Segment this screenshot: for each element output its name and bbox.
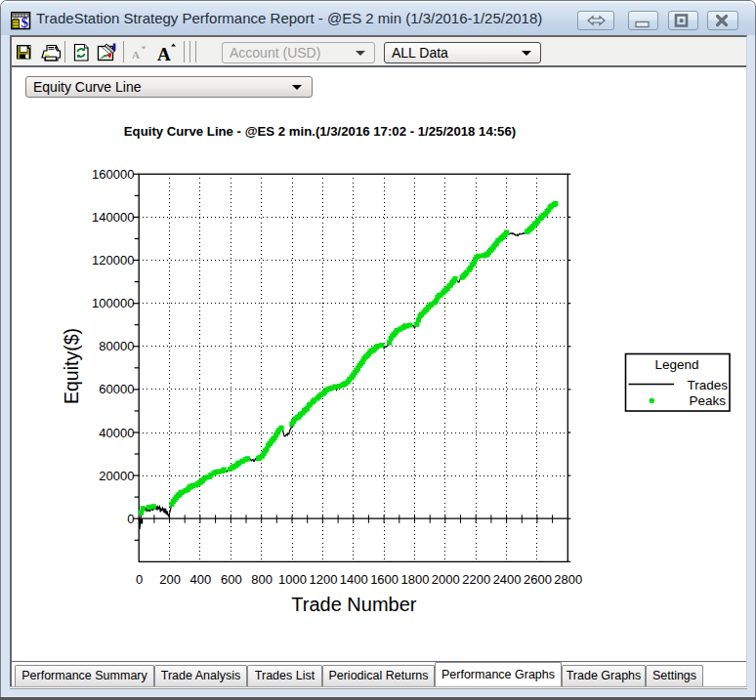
svg-text:2600: 2600: [524, 572, 552, 587]
svg-text:2000: 2000: [432, 572, 460, 587]
svg-text:Equity($): Equity($): [61, 328, 82, 404]
svg-text:100000: 100000: [92, 296, 134, 310]
svg-text:1200: 1200: [309, 572, 337, 587]
svg-text:1600: 1600: [370, 572, 399, 587]
svg-text:800: 800: [251, 572, 273, 587]
svg-text:200: 200: [159, 572, 181, 587]
svg-text:80000: 80000: [99, 339, 134, 353]
svg-text:Trade Number: Trade Number: [291, 594, 417, 615]
svg-text:140000: 140000: [92, 210, 134, 225]
svg-text:1000: 1000: [278, 572, 307, 587]
svg-text:0: 0: [127, 512, 134, 526]
svg-text:Equity Curve Line - @ES 2 min.: Equity Curve Line - @ES 2 min.(1/3/2016 …: [124, 124, 516, 139]
svg-text:Legend: Legend: [654, 357, 698, 372]
svg-text:1800: 1800: [401, 572, 430, 587]
svg-text:2200: 2200: [462, 572, 490, 587]
svg-text:Trades: Trades: [687, 378, 728, 392]
svg-text:Peaks: Peaks: [689, 393, 726, 408]
svg-text:40000: 40000: [99, 426, 134, 440]
svg-text:160000: 160000: [92, 167, 134, 182]
svg-text:2400: 2400: [493, 572, 522, 587]
svg-text:20000: 20000: [99, 469, 134, 483]
svg-text:120000: 120000: [92, 253, 134, 268]
svg-text:2800: 2800: [554, 572, 582, 587]
svg-text:400: 400: [190, 572, 212, 587]
svg-text:600: 600: [221, 572, 242, 587]
svg-text:0: 0: [136, 572, 143, 587]
svg-text:1400: 1400: [340, 572, 368, 587]
svg-text:60000: 60000: [99, 382, 134, 396]
